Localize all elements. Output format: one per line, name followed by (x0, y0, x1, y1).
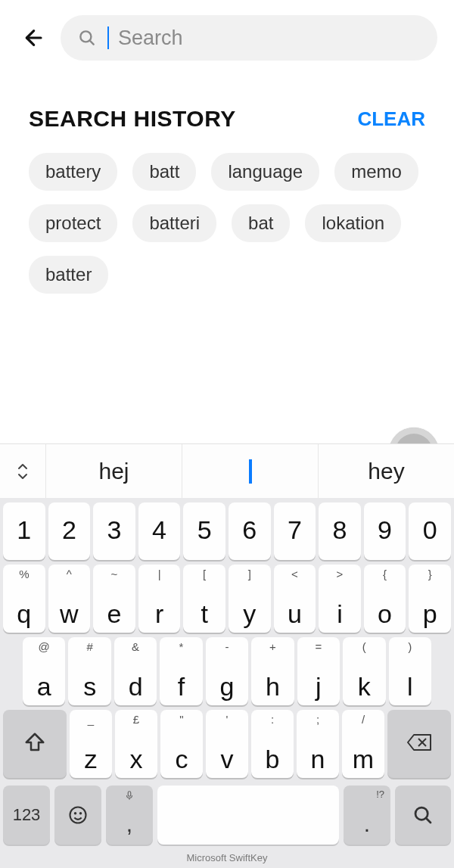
history-chip[interactable]: batteri (132, 204, 216, 242)
suggestion-cursor (249, 459, 252, 484)
period-key[interactable]: !? . (344, 786, 390, 845)
key-8[interactable]: 8 (319, 502, 361, 560)
search-bar[interactable] (61, 15, 437, 61)
key-p[interactable]: }p (409, 565, 451, 633)
key-2[interactable]: 2 (48, 502, 91, 560)
key-s[interactable]: #s (68, 637, 110, 705)
key-b[interactable]: :b (251, 710, 294, 778)
key-d[interactable]: &d (114, 637, 157, 705)
section-header: SEARCH HISTORY CLEAR (29, 106, 425, 132)
key-r[interactable]: |r (138, 565, 181, 633)
key-l[interactable]: )l (389, 637, 431, 705)
key-z[interactable]: _z (70, 710, 112, 778)
key-5[interactable]: 5 (183, 502, 225, 560)
comma-label: , (126, 811, 132, 845)
key-w[interactable]: ^w (48, 565, 91, 633)
key-9[interactable]: 9 (364, 502, 406, 560)
svg-line-11 (426, 818, 431, 823)
header-bar (0, 0, 454, 68)
key-m[interactable]: /m (342, 710, 384, 778)
key-y[interactable]: ]y (229, 565, 271, 633)
history-chip[interactable]: batt (132, 153, 196, 191)
back-button[interactable] (17, 23, 47, 53)
key-q[interactable]: %q (3, 565, 45, 633)
history-chip[interactable]: language (211, 153, 319, 191)
key-4[interactable]: 4 (138, 502, 181, 560)
search-action-key[interactable] (395, 786, 451, 845)
search-icon (412, 804, 434, 826)
key-row-numbers: 1 2 3 4 5 6 7 8 9 0 (3, 502, 451, 560)
key-v[interactable]: 'v (206, 710, 248, 778)
key-k[interactable]: (k (343, 637, 385, 705)
history-chip[interactable]: batter (29, 256, 108, 294)
comma-key[interactable]: , (106, 786, 153, 845)
key-i[interactable]: >i (319, 565, 361, 633)
key-u[interactable]: <u (274, 565, 316, 633)
key-c[interactable]: "c (160, 710, 203, 778)
key-f[interactable]: *f (160, 637, 202, 705)
history-chip[interactable]: lokation (305, 204, 401, 242)
key-row-bottom: 123 , !? . (0, 782, 454, 851)
svg-line-2 (89, 40, 93, 44)
keyboard-keys: 1 2 3 4 5 6 7 8 9 0 %q ^w ~e |r [t ]y <u… (0, 498, 454, 778)
mic-icon (124, 790, 135, 801)
key-e[interactable]: ~e (93, 565, 135, 633)
key-6[interactable]: 6 (229, 502, 271, 560)
key-g[interactable]: -g (206, 637, 248, 705)
section-title: SEARCH HISTORY (29, 106, 236, 132)
clear-history-button[interactable]: CLEAR (357, 107, 425, 131)
key-x[interactable]: £x (115, 710, 157, 778)
history-chip[interactable]: bat (232, 204, 290, 242)
suggestion-bar: hej hey (0, 443, 454, 498)
key-row-2: @a #s &d *f -g +h =j (k )l (3, 637, 451, 705)
key-0[interactable]: 0 (409, 502, 451, 560)
smile-icon (67, 804, 89, 826)
spacebar-key[interactable] (157, 786, 339, 845)
expand-suggestions-button[interactable] (0, 444, 45, 498)
key-a[interactable]: @a (23, 637, 65, 705)
key-t[interactable]: [t (183, 565, 225, 633)
svg-point-5 (70, 807, 86, 823)
key-7[interactable]: 7 (274, 502, 316, 560)
key-o[interactable]: {o (364, 565, 406, 633)
suggestion-center[interactable] (182, 444, 318, 498)
period-alt: !? (376, 789, 384, 800)
backspace-key[interactable] (387, 710, 451, 778)
shift-key[interactable] (3, 710, 67, 778)
key-row-1: %q ^w ~e |r [t ]y <u >i {o }p (3, 565, 451, 633)
emoji-key[interactable] (54, 786, 101, 845)
key-j[interactable]: =j (297, 637, 340, 705)
arrow-left-icon (20, 26, 44, 50)
history-chip-list: battery batt language memo protect batte… (29, 153, 425, 294)
suggestion-right[interactable]: hey (318, 444, 454, 498)
backspace-icon (406, 733, 432, 752)
history-chip[interactable]: protect (29, 204, 117, 242)
key-row-3: _z £x "c 'v :b ;n /m (3, 710, 451, 778)
key-h[interactable]: +h (251, 637, 294, 705)
svg-point-7 (80, 813, 81, 814)
key-n[interactable]: ;n (297, 710, 339, 778)
keyboard: hej hey 1 2 3 4 5 6 7 8 9 0 %q ^w ~e |r … (0, 443, 454, 868)
search-icon (77, 28, 97, 48)
symbols-key[interactable]: 123 (3, 786, 50, 845)
key-3[interactable]: 3 (93, 502, 135, 560)
svg-point-6 (75, 813, 76, 814)
suggestion-left[interactable]: hej (45, 444, 182, 498)
chevron-up-down-icon (15, 462, 30, 481)
keyboard-brand: Microsoft SwiftKey (0, 851, 454, 868)
key-1[interactable]: 1 (3, 502, 45, 560)
shift-icon (23, 731, 46, 754)
search-history-section: SEARCH HISTORY CLEAR battery batt langua… (0, 68, 454, 294)
history-chip[interactable]: memo (334, 153, 418, 191)
search-input[interactable] (118, 26, 421, 50)
svg-rect-8 (128, 792, 131, 796)
history-chip[interactable]: battery (29, 153, 117, 191)
text-cursor (107, 26, 109, 49)
period-label: . (364, 811, 370, 845)
